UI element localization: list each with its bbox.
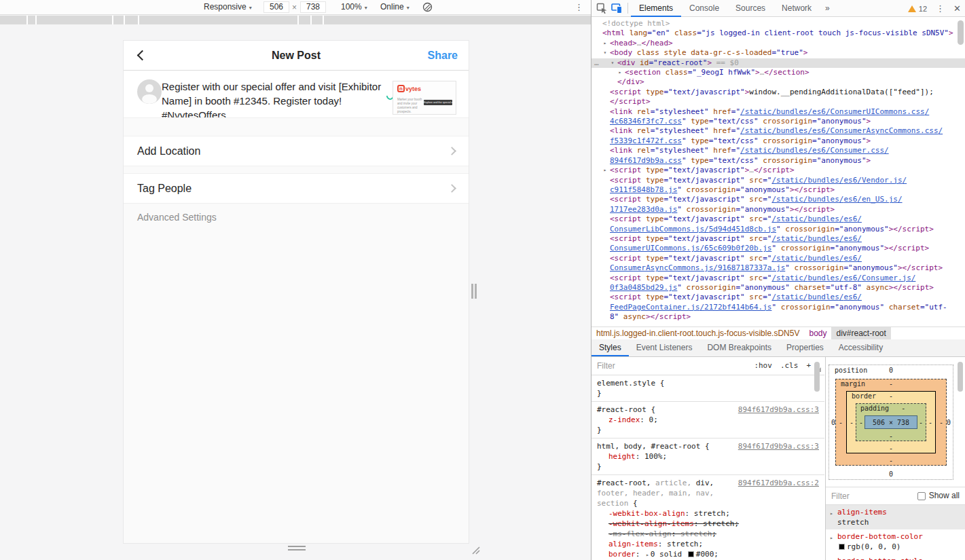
property-name[interactable]: -webkit-align-items bbox=[608, 519, 694, 528]
property-value[interactable]: stretch bbox=[694, 509, 725, 518]
sidebar-tab-event-listeners[interactable]: Event Listeners bbox=[629, 339, 700, 356]
dom-tree-node[interactable]: <html lang="en" class="js logged-in clie… bbox=[591, 29, 965, 38]
sidebar-tab-dom-breakpoints[interactable]: DOM Breakpoints bbox=[699, 339, 779, 356]
expand-arrow-closed-icon[interactable]: ▸ bbox=[830, 508, 833, 519]
property-value[interactable]: 0 bbox=[649, 415, 654, 424]
dom-tree-node[interactable]: <script type="text/javascript" src="/sta… bbox=[591, 195, 965, 214]
stylesheet-source-link[interactable]: 894f617d9b9a.css:2 bbox=[738, 478, 819, 488]
close-devtools-icon[interactable]: ✕ bbox=[953, 3, 961, 14]
css-property[interactable]: -webkit-align-items: stretch; bbox=[597, 519, 819, 529]
dom-tree-node[interactable]: <script type="text/javascript" src="/sta… bbox=[591, 176, 965, 195]
computed-property-row[interactable]: ▸align-itemsstretch bbox=[826, 505, 965, 529]
advanced-settings-link[interactable]: Advanced Settings bbox=[137, 212, 217, 223]
dom-tree-scrollbar[interactable] bbox=[958, 20, 964, 45]
stylesheet-source-link[interactable]: 894f617d9b9a.css:3 bbox=[738, 405, 819, 415]
dom-tree-node[interactable]: <script type="text/javascript" src="/sta… bbox=[591, 234, 965, 254]
dom-tree-node[interactable]: <script type="text/javascript" src="/sta… bbox=[591, 274, 965, 293]
css-property[interactable]: border: ▸0 solid #000; bbox=[597, 549, 819, 560]
tag-people-row[interactable]: Tag People bbox=[124, 173, 469, 204]
dom-tree-node[interactable]: <link rel="stylesheet" href="/static/bun… bbox=[591, 107, 965, 127]
shorthand-expand-icon[interactable]: ▸ bbox=[646, 552, 649, 558]
sidebar-tab-styles[interactable]: Styles bbox=[591, 339, 629, 356]
viewport-resize-handle-bottom[interactable] bbox=[288, 546, 306, 553]
devtools-tab-sources[interactable]: Sources bbox=[727, 0, 773, 17]
property-value[interactable]: stretch bbox=[703, 519, 734, 528]
zoom-dropdown[interactable]: 100%▾ bbox=[341, 2, 367, 12]
styles-scrollbar[interactable] bbox=[814, 362, 820, 392]
breadcrumb-item[interactable]: body bbox=[804, 327, 831, 339]
sidebar-tab-properties[interactable]: Properties bbox=[779, 339, 831, 356]
class-toggle[interactable]: .cls bbox=[780, 357, 799, 375]
css-property[interactable]: align-items: stretch; bbox=[597, 539, 819, 549]
dom-tree-node[interactable]: ▾<body class style data-gr-c-s-loaded="t… bbox=[591, 48, 965, 58]
dom-tree-node[interactable]: <script type="text/javascript" src="/sta… bbox=[591, 214, 965, 234]
metrics-scrollbar[interactable] bbox=[958, 362, 963, 392]
stylesheet-source-link[interactable]: 894f617d9b9a.css:3 bbox=[738, 441, 819, 451]
css-property[interactable]: -ms-flex-align: stretch; bbox=[597, 529, 819, 539]
add-location-row[interactable]: Add Location bbox=[124, 136, 469, 166]
dom-tree-node[interactable]: ▸<section class="_9eogI hfWwk">…</sectio… bbox=[591, 68, 965, 77]
warnings-badge[interactable]: 12 bbox=[908, 5, 927, 13]
expand-arrow-open-icon[interactable]: ▾ bbox=[609, 58, 616, 68]
viewport-width-input[interactable]: 506 bbox=[263, 1, 289, 13]
expand-arrow-closed-icon[interactable]: ▸ bbox=[830, 533, 833, 543]
property-name[interactable]: z-index bbox=[608, 415, 640, 424]
sidebar-tab-accessibility[interactable]: Accessibility bbox=[831, 339, 890, 356]
expand-arrow-closed-icon[interactable]: ▸ bbox=[602, 166, 608, 175]
color-swatch[interactable] bbox=[688, 551, 694, 557]
no-throttling-icon[interactable] bbox=[422, 2, 433, 14]
new-style-rule-button[interactable]: + bbox=[806, 357, 811, 375]
dom-tree-node[interactable]: <!doctype html> bbox=[591, 19, 965, 29]
property-value[interactable]: #000 bbox=[696, 550, 714, 559]
devtools-tab-elements[interactable]: Elements bbox=[631, 0, 681, 17]
expand-arrow-open-icon[interactable]: ▾ bbox=[602, 48, 608, 58]
device-type-dropdown[interactable]: Responsive▾ bbox=[204, 2, 252, 12]
devtools-tab-network[interactable]: Network bbox=[773, 0, 820, 17]
dom-tree-node[interactable]: <script type="text/javascript">window.__… bbox=[591, 88, 965, 97]
expand-arrow-closed-icon[interactable]: ▸ bbox=[617, 68, 623, 77]
property-name[interactable]: -webkit-box-align bbox=[608, 509, 685, 518]
css-property[interactable]: -webkit-box-align: stretch; bbox=[597, 508, 819, 519]
property-value[interactable]: 100% bbox=[644, 452, 663, 461]
toggle-device-toolbar-icon[interactable] bbox=[611, 3, 623, 16]
computed-property-row[interactable]: ▸border-bottom-colorrgb(0, 0, 0) bbox=[826, 529, 965, 554]
dom-tree-node[interactable]: …▾<div id="react-root"> == $0 bbox=[591, 58, 965, 68]
dom-tree-node[interactable]: <link rel="stylesheet" href="/static/bun… bbox=[591, 126, 965, 146]
expand-arrow-closed-icon[interactable]: ▸ bbox=[830, 557, 833, 560]
viewport-resize-handle-right[interactable] bbox=[471, 284, 478, 299]
dom-tree-node[interactable]: <link rel="stylesheet" href="/static/bun… bbox=[591, 146, 965, 166]
dom-tree-node[interactable]: </div> bbox=[591, 77, 965, 87]
dom-tree-node[interactable]: </script> bbox=[591, 97, 965, 107]
expand-arrow-closed-icon[interactable]: ▸ bbox=[602, 39, 608, 48]
breadcrumb-item[interactable]: div#react-root bbox=[831, 327, 890, 339]
computed-filter-input[interactable]: Filter bbox=[831, 487, 850, 505]
viewport-height-input[interactable]: 738 bbox=[300, 1, 326, 13]
devtools-menu-icon[interactable]: ⋮ bbox=[936, 3, 945, 14]
inspect-element-icon[interactable] bbox=[596, 3, 608, 17]
device-toolbar-menu-icon[interactable]: ⋮ bbox=[575, 2, 583, 12]
property-value[interactable]: stretch bbox=[680, 529, 712, 538]
dom-tree-node[interactable]: ▸<script type="text/javascript">…</scrip… bbox=[591, 166, 965, 175]
breadcrumb-item[interactable]: html.js.logged-in.client-root.touch.js-f… bbox=[591, 327, 804, 339]
devtools-tab-console[interactable]: Console bbox=[681, 0, 727, 17]
css-property[interactable]: z-index: 0; bbox=[597, 415, 819, 425]
more-tabs-icon[interactable]: » bbox=[820, 0, 835, 17]
css-property[interactable]: height: 100%; bbox=[597, 451, 819, 462]
network-throttling-dropdown[interactable]: Online▾ bbox=[380, 2, 409, 12]
dom-tree-node[interactable]: ▸<head>…</head> bbox=[591, 39, 965, 48]
viewport-resize-handle-corner[interactable] bbox=[469, 543, 481, 558]
property-name[interactable]: border bbox=[608, 550, 636, 559]
styles-filter-input[interactable]: Filter bbox=[597, 357, 615, 375]
share-button[interactable]: Share bbox=[428, 41, 458, 71]
caption-input[interactable]: Register with our special offer and visi… bbox=[162, 79, 386, 117]
property-value[interactable]: 0 solid bbox=[651, 550, 687, 559]
property-value[interactable]: stretch bbox=[667, 540, 698, 548]
computed-property-row[interactable]: ▸border-bottom-style bbox=[826, 554, 965, 560]
property-name[interactable]: height bbox=[608, 452, 636, 461]
show-all-checkbox[interactable] bbox=[917, 492, 926, 500]
property-name[interactable]: -ms-flex-align bbox=[608, 529, 672, 538]
hover-state-toggle[interactable]: :hov bbox=[754, 357, 772, 375]
property-name[interactable]: align-items bbox=[608, 540, 658, 548]
dom-tree-node[interactable]: <script type="text/javascript" src="/sta… bbox=[591, 293, 965, 322]
dom-tree-node[interactable]: <script type="text/javascript" src="/sta… bbox=[591, 254, 965, 274]
